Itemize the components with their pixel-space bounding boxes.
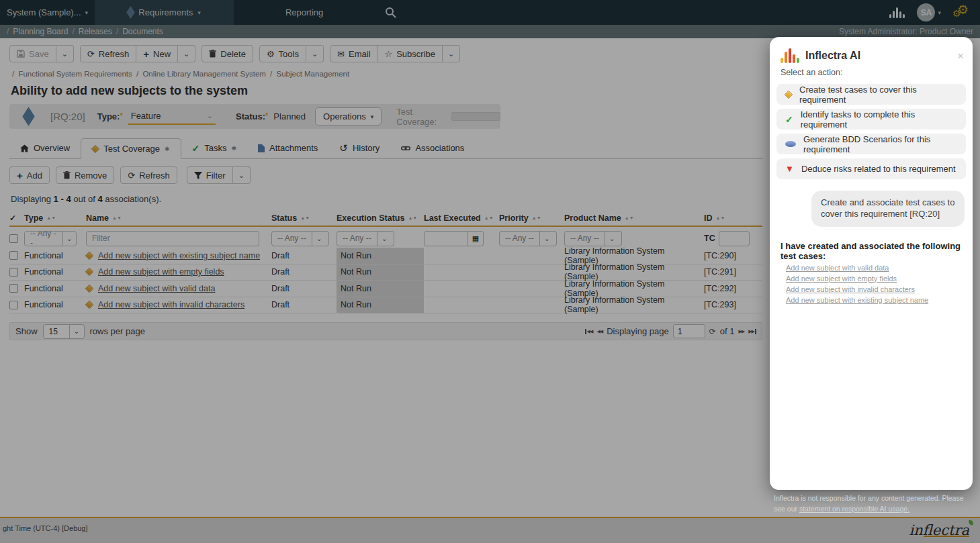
ai-action-deduce-risks[interactable]: ▼ Deduce risks related to this requireme…: [776, 158, 966, 179]
test-case-diamond-icon: [785, 90, 793, 99]
ai-panel-header: Inflectra AI: [770, 37, 973, 63]
ai-action-label: Deduce risks related to this requirement: [801, 164, 956, 174]
task-check-icon: ✓: [785, 115, 793, 124]
ai-action-identify-tasks[interactable]: ✓ Identify tasks to complete this requir…: [776, 109, 966, 130]
test-case-link[interactable]: Add new subject with valid data: [786, 264, 973, 272]
ai-action-generate-bdd[interactable]: Generate BDD Scenarios for this requirem…: [776, 134, 966, 154]
app-root: System (Sample)... ▾ Requirements ▾ Repo…: [0, 0, 980, 543]
user-message-bubble: Create and associate test cases to cover…: [811, 191, 965, 227]
ai-action-list: Create test cases to cover this requirem…: [770, 84, 973, 179]
ai-action-label: Identify tasks to complete this requirem…: [801, 109, 957, 130]
bdd-oval-icon: [785, 141, 796, 147]
ai-panel-title: Inflectra AI: [805, 50, 860, 62]
responsible-ai-link[interactable]: statement on responsible AI usage.: [799, 505, 909, 513]
ai-disclaimer: Inflectra is not responsible for any con…: [774, 493, 970, 515]
ai-test-case-links: Add new subject with valid data Add new …: [786, 264, 973, 304]
test-case-link[interactable]: Add new subject with empty fields: [786, 275, 973, 283]
ai-prompt-text: Select an action:: [781, 68, 973, 77]
close-icon[interactable]: ×: [957, 50, 964, 62]
test-case-link[interactable]: Add new subject with invalid characters: [786, 285, 973, 293]
ai-action-label: Create test cases to cover this requirem…: [799, 85, 957, 105]
ai-response-intro: I have created and associated the follow…: [781, 241, 963, 261]
inflectra-ai-logo-icon: [781, 48, 799, 63]
ai-action-label: Generate BDD Scenarios for this requirem…: [803, 134, 957, 154]
risk-triangle-icon: ▼: [785, 164, 794, 173]
ai-action-create-test-cases[interactable]: Create test cases to cover this requirem…: [776, 84, 966, 105]
inflectra-ai-panel: Inflectra AI × Select an action: Create …: [770, 37, 973, 490]
test-case-link[interactable]: Add new subject with existing subject na…: [786, 296, 973, 304]
